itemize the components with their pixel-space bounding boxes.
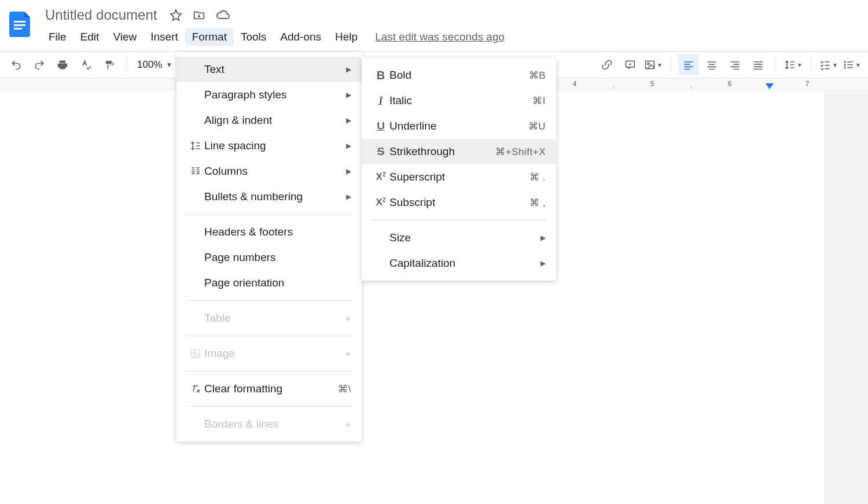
menu-item-label: Text bbox=[204, 63, 346, 76]
menu-item-label: Bold bbox=[389, 69, 529, 82]
menu-tools[interactable]: Tools bbox=[234, 28, 273, 46]
svg-rect-9 bbox=[847, 61, 852, 62]
redo-button[interactable] bbox=[29, 54, 50, 75]
svg-point-8 bbox=[844, 67, 846, 68]
align-justify-button[interactable] bbox=[748, 54, 768, 75]
ruler-number: 6 bbox=[728, 80, 732, 88]
menu-insert[interactable]: Insert bbox=[144, 28, 185, 46]
align-left-button[interactable] bbox=[678, 54, 699, 75]
line-spacing-button[interactable]: ▼ bbox=[783, 54, 804, 75]
format-align-indent-item[interactable]: Align & indent▶ bbox=[176, 108, 362, 133]
image-icon bbox=[187, 348, 204, 359]
outline-gutter bbox=[0, 90, 37, 504]
cloud-status-icon[interactable] bbox=[216, 8, 230, 22]
outline-icon[interactable] bbox=[11, 118, 26, 504]
toolbar-separator bbox=[671, 57, 671, 72]
superscript-icon: X2 bbox=[372, 171, 389, 183]
text-size-item[interactable]: Size▶ bbox=[362, 225, 556, 251]
format-text-item[interactable]: Text▶ bbox=[176, 57, 362, 82]
italic-icon: I bbox=[372, 94, 389, 108]
text-submenu-panel: BBold⌘B IItalic⌘I UUnderline⌘U SStriketh… bbox=[362, 58, 556, 281]
text-superscript-item[interactable]: X2Superscript⌘ . bbox=[362, 164, 556, 190]
toolbar-separator bbox=[811, 57, 811, 72]
menu-separator bbox=[186, 336, 352, 336]
format-page-orientation-item[interactable]: Page orientation bbox=[176, 270, 362, 296]
svg-rect-4 bbox=[646, 61, 654, 68]
menu-edit[interactable]: Edit bbox=[73, 28, 106, 46]
bold-icon: B bbox=[372, 69, 389, 82]
svg-point-7 bbox=[844, 64, 846, 65]
undo-button[interactable] bbox=[6, 54, 27, 75]
menu-item-label: Italic bbox=[389, 94, 532, 107]
clear-format-icon bbox=[187, 383, 204, 395]
format-bullets-numbering-item[interactable]: Bullets & numbering▶ bbox=[176, 184, 362, 209]
text-strikethrough-item[interactable]: SStrikethrough⌘+Shift+X bbox=[362, 139, 556, 164]
menu-item-label: Clear formatting bbox=[204, 382, 338, 395]
menu-item-label: Headers & footers bbox=[204, 226, 351, 238]
line-spacing-icon bbox=[187, 140, 204, 152]
underline-icon: U bbox=[372, 120, 389, 133]
text-capitalization-item[interactable]: Capitalization▶ bbox=[362, 251, 556, 276]
chevron-right-icon: ▶ bbox=[346, 350, 351, 358]
format-clear-formatting-item[interactable]: Clear formatting⌘\ bbox=[176, 376, 362, 402]
format-headers-footers-item[interactable]: Headers & footers bbox=[176, 219, 362, 245]
toolbar-separator bbox=[126, 57, 127, 72]
move-icon[interactable] bbox=[193, 9, 205, 21]
insert-link-button[interactable] bbox=[597, 54, 617, 75]
text-underline-item[interactable]: UUnderline⌘U bbox=[362, 113, 556, 139]
ruler-tick bbox=[691, 86, 692, 89]
insert-image-button[interactable]: ▼ bbox=[643, 54, 664, 75]
menu-file[interactable]: File bbox=[42, 28, 73, 46]
menu-item-label: Page orientation bbox=[204, 277, 351, 289]
menu-item-label: Underline bbox=[389, 120, 528, 133]
align-center-button[interactable] bbox=[701, 54, 722, 75]
format-paragraph-styles-item[interactable]: Paragraph styles▶ bbox=[176, 82, 362, 108]
strikethrough-icon: S bbox=[372, 145, 389, 158]
align-right-button[interactable] bbox=[724, 54, 745, 75]
checklist-button[interactable]: ▼ bbox=[818, 54, 839, 75]
chevron-right-icon: ▶ bbox=[346, 193, 351, 201]
menu-item-shortcut: ⌘I bbox=[532, 95, 546, 107]
ruler-tick bbox=[613, 86, 614, 89]
menu-item-label: Superscript bbox=[389, 171, 529, 183]
menu-separator bbox=[186, 300, 352, 301]
format-line-spacing-item[interactable]: Line spacing▶ bbox=[176, 133, 362, 159]
menu-item-label: Columns bbox=[204, 165, 346, 178]
menu-item-shortcut: ⌘B bbox=[529, 69, 546, 82]
text-subscript-item[interactable]: X2Subscript⌘ , bbox=[362, 190, 556, 215]
star-icon[interactable] bbox=[170, 9, 182, 21]
last-edit-link[interactable]: Last edit was seconds ago bbox=[375, 31, 505, 43]
chevron-right-icon: ▶ bbox=[346, 167, 351, 175]
menu-view[interactable]: View bbox=[106, 28, 144, 46]
menu-item-shortcut: ⌘ , bbox=[529, 197, 546, 209]
docs-logo[interactable] bbox=[7, 9, 35, 37]
zoom-selector[interactable]: 100% ▼ bbox=[134, 59, 176, 71]
menu-item-shortcut: ⌘ . bbox=[529, 171, 546, 183]
menu-format[interactable]: Format bbox=[185, 28, 234, 46]
format-menu-panel: Text▶ Paragraph styles▶ Align & indent▶ … bbox=[176, 52, 362, 442]
menu-separator bbox=[186, 214, 352, 215]
paint-format-button[interactable] bbox=[98, 54, 119, 75]
format-page-numbers-item[interactable]: Page numbers bbox=[176, 245, 362, 270]
chevron-right-icon: ▶ bbox=[346, 116, 351, 124]
ruler-number: 7 bbox=[806, 80, 810, 88]
right-indent-marker[interactable] bbox=[766, 83, 774, 89]
text-italic-item[interactable]: IItalic⌘I bbox=[362, 88, 556, 113]
menu-item-shortcut: ⌘\ bbox=[338, 383, 351, 395]
text-bold-item[interactable]: BBold⌘B bbox=[362, 62, 556, 88]
menu-help[interactable]: Help bbox=[328, 28, 365, 46]
menu-addons[interactable]: Add-ons bbox=[273, 28, 328, 46]
svg-rect-1 bbox=[14, 24, 25, 26]
svg-point-6 bbox=[844, 61, 846, 62]
format-image-item: Image▶ bbox=[176, 341, 362, 366]
bulleted-list-button[interactable]: ▼ bbox=[841, 54, 862, 75]
print-button[interactable] bbox=[52, 54, 73, 75]
spellcheck-button[interactable] bbox=[75, 54, 96, 75]
zoom-value: 100% bbox=[137, 59, 162, 71]
document-title[interactable]: Untitled document bbox=[42, 6, 160, 24]
format-columns-item[interactable]: Columns▶ bbox=[176, 159, 362, 184]
menu-separator bbox=[371, 220, 547, 220]
svg-point-14 bbox=[193, 352, 195, 354]
insert-comment-button[interactable] bbox=[620, 54, 641, 75]
menu-item-label: Borders & lines bbox=[204, 418, 346, 431]
